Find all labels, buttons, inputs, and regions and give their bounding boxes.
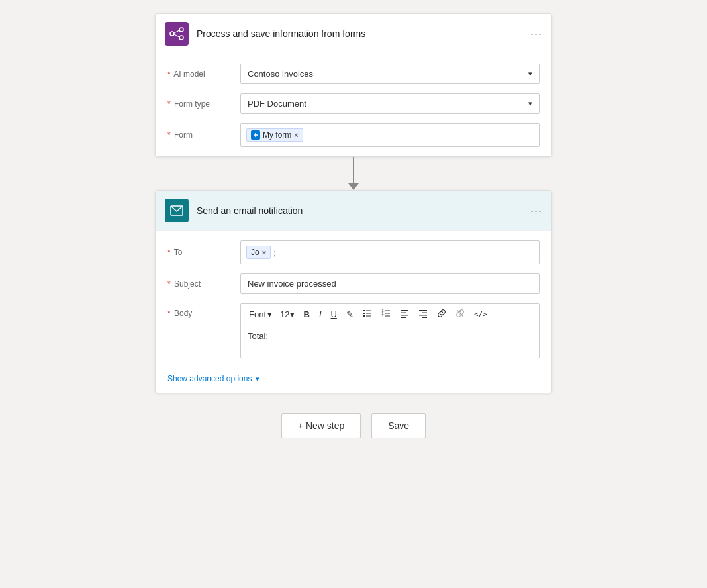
- form-row: * Form My form ×: [167, 123, 540, 147]
- ai-model-chevron: ▾: [528, 70, 532, 78]
- form-type-label: * Form type: [167, 99, 240, 109]
- card2-icon: [165, 199, 189, 222]
- svg-rect-26: [422, 317, 427, 318]
- svg-rect-20: [401, 313, 406, 314]
- form-required: *: [167, 130, 171, 140]
- svg-text:3.: 3.: [381, 314, 384, 318]
- ai-model-label: * AI model: [167, 70, 240, 79]
- svg-point-2: [179, 36, 183, 40]
- svg-rect-19: [401, 310, 408, 311]
- card-process-forms: Process and save information from forms …: [155, 13, 552, 157]
- unlink-button[interactable]: [452, 307, 468, 320]
- bottom-actions: + New step Save: [281, 413, 426, 438]
- ai-model-required: *: [167, 70, 171, 79]
- to-required: *: [167, 248, 171, 257]
- subject-input[interactable]: [240, 273, 540, 294]
- to-tag-remove[interactable]: ×: [262, 248, 266, 256]
- code-button[interactable]: </>: [471, 309, 491, 319]
- card1-body: * AI model Contoso invoices ▾ * Form typ…: [156, 54, 551, 156]
- subject-required: *: [167, 279, 171, 289]
- size-chevron-icon: ▾: [290, 309, 295, 319]
- align-left-button[interactable]: [397, 307, 412, 320]
- card1-icon: [165, 22, 189, 46]
- connector: [348, 157, 359, 190]
- card2-title: Send an email notification: [197, 205, 530, 216]
- bold-button[interactable]: B: [300, 309, 312, 320]
- font-chevron-icon: ▾: [267, 309, 272, 319]
- bullet-list-button[interactable]: [359, 307, 375, 320]
- card1-menu-button[interactable]: ···: [530, 27, 542, 41]
- form-type-row: * Form type PDF Document ▾: [167, 93, 540, 114]
- form-type-select[interactable]: PDF Document ▾: [240, 93, 540, 114]
- form-tag-input[interactable]: My form ×: [240, 123, 540, 147]
- svg-rect-23: [419, 310, 427, 311]
- svg-rect-24: [422, 313, 427, 314]
- svg-rect-11: [366, 313, 371, 314]
- subject-label: * Subject: [167, 279, 240, 289]
- font-select[interactable]: Font ▾: [246, 308, 275, 320]
- card1-title: Process and save information from forms: [197, 28, 530, 39]
- form-type-required: *: [167, 99, 171, 109]
- advanced-options-row: Show advanced options ▾: [156, 368, 551, 393]
- form-type-chevron: ▾: [528, 99, 532, 108]
- highlight-button[interactable]: ✎: [343, 309, 357, 320]
- svg-line-3: [174, 30, 179, 33]
- to-label: * To: [167, 248, 240, 257]
- advanced-chevron-icon: ▾: [256, 375, 259, 383]
- ai-model-select[interactable]: Contoso invoices ▾: [240, 64, 540, 84]
- form-tag-icon: [251, 130, 260, 140]
- body-editor: Font ▾ 12 ▾ B I U: [240, 303, 540, 358]
- body-content[interactable]: Total:: [241, 324, 539, 358]
- connector-line: [353, 157, 354, 183]
- card1-header: Process and save information from forms …: [156, 14, 551, 54]
- body-label: * Body: [167, 303, 240, 318]
- form-label: * Form: [167, 130, 240, 140]
- svg-point-0: [170, 32, 174, 36]
- form-tag: My form ×: [246, 128, 303, 142]
- body-row: * Body Font ▾ 12 ▾: [167, 303, 540, 358]
- form-tag-remove[interactable]: ×: [294, 131, 298, 139]
- to-row: * To Jo × ;: [167, 240, 540, 264]
- link-button[interactable]: [434, 307, 449, 320]
- svg-rect-22: [401, 317, 406, 318]
- svg-rect-25: [419, 315, 427, 316]
- svg-rect-18: [385, 316, 390, 317]
- card2-header: Send an email notification ···: [156, 191, 551, 231]
- connector-arrow: [348, 183, 359, 190]
- to-tag: Jo ×: [246, 246, 271, 259]
- svg-rect-17: [385, 313, 390, 314]
- svg-rect-8: [363, 313, 365, 314]
- subject-row: * Subject: [167, 273, 540, 294]
- advanced-options-link[interactable]: Show advanced options: [167, 374, 252, 383]
- svg-point-1: [179, 28, 183, 32]
- editor-toolbar: Font ▾ 12 ▾ B I U: [241, 304, 539, 324]
- body-required: *: [167, 309, 171, 318]
- svg-rect-7: [363, 310, 365, 311]
- card2-menu-button[interactable]: ···: [530, 204, 542, 218]
- svg-rect-21: [401, 315, 408, 316]
- new-step-button[interactable]: + New step: [281, 413, 361, 438]
- svg-rect-10: [366, 311, 371, 311]
- email-icon: [170, 205, 183, 216]
- font-size-select[interactable]: 12 ▾: [277, 308, 297, 320]
- to-separator: ;: [273, 248, 276, 258]
- svg-rect-16: [385, 311, 390, 311]
- ordered-list-button[interactable]: 1. 2. 3.: [378, 307, 394, 320]
- card-email: Send an email notification ··· * To Jo ×…: [155, 190, 552, 393]
- svg-line-4: [174, 34, 179, 37]
- align-right-button[interactable]: [415, 307, 431, 320]
- italic-button[interactable]: I: [316, 309, 325, 320]
- ai-model-row: * AI model Contoso invoices ▾: [167, 64, 540, 84]
- nodes-icon: [169, 26, 184, 41]
- svg-rect-9: [363, 315, 365, 317]
- card2-body: * To Jo × ; * Subject: [156, 231, 551, 368]
- to-tag-input[interactable]: Jo × ;: [240, 240, 540, 264]
- svg-rect-12: [366, 316, 371, 317]
- save-button[interactable]: Save: [371, 413, 426, 438]
- underline-button[interactable]: U: [328, 309, 340, 320]
